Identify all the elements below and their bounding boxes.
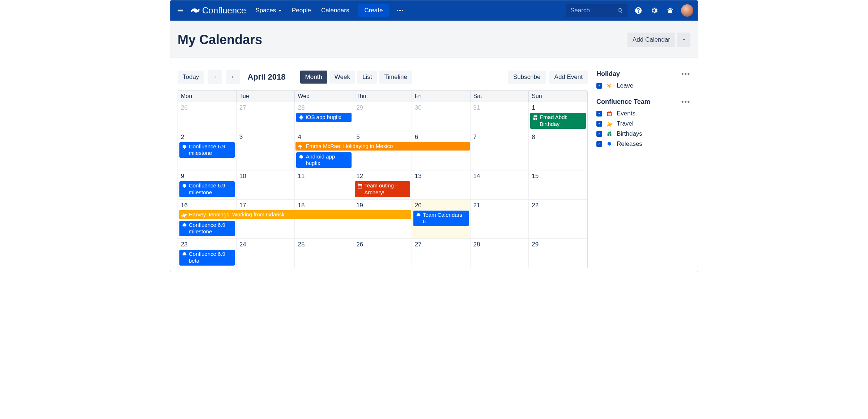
calendar-day[interactable]: 26 (178, 102, 237, 131)
palm-icon (606, 82, 613, 89)
calendar-day[interactable]: 26 (353, 238, 412, 268)
calendar-day[interactable]: 25 (295, 238, 353, 268)
calendar-day[interactable]: 7 (471, 131, 529, 170)
calendar-event[interactable]: Team outing - Archery! (355, 181, 410, 197)
calendar-day[interactable]: 9Confluence 6.9 milestone (178, 170, 237, 199)
calendar-event[interactable]: Confluence 6.9 milestone (179, 181, 235, 197)
sidebar-calendar-item[interactable]: Travel (596, 119, 690, 129)
calendar-day[interactable]: 2Confluence 6.9 milestone (178, 131, 237, 170)
calendar-multiday-event[interactable]: Emma McRae: Holidaying in Mexico (295, 142, 469, 151)
calendar-event[interactable]: Emad Abdi: Birthday (530, 113, 586, 129)
group-menu-icon[interactable]: ••• (681, 98, 690, 106)
event-label: Emma McRae: Holidaying in Mexico (306, 143, 393, 149)
brand-text: Confluence (202, 5, 246, 16)
calendar-day[interactable]: 6 (412, 131, 471, 170)
search-input[interactable] (570, 7, 617, 14)
calendar-event[interactable]: Team Calendars 6 (413, 211, 469, 227)
sidebar-calendar-item[interactable]: Birthdays (596, 129, 690, 139)
checkbox[interactable] (596, 141, 602, 147)
calendar-day[interactable]: 1Emad Abdi: Birthday (529, 102, 587, 131)
confluence-logo[interactable]: Confluence (191, 5, 246, 16)
calendar-day[interactable]: 28 (471, 238, 529, 268)
sidebar-calendar-item[interactable]: Events (596, 109, 690, 119)
day-number: 5 (355, 133, 410, 141)
checkbox[interactable] (596, 121, 602, 127)
checkbox[interactable] (596, 83, 602, 89)
add-calendar-dropdown[interactable] (677, 33, 690, 47)
calendar-day[interactable]: 19 (353, 199, 412, 239)
calendar-day[interactable]: 5 (353, 131, 412, 170)
hamburger-menu[interactable] (175, 5, 186, 16)
calendar-day[interactable]: 17 (237, 199, 295, 239)
settings-icon[interactable] (648, 4, 661, 17)
sidebar-group-title: Confluence Team (596, 98, 650, 106)
chevron-down-icon (682, 38, 686, 42)
calendar-day[interactable]: 18 (295, 199, 353, 239)
calendar-event[interactable]: iOS app bugfix (296, 113, 352, 122)
calendar-multiday-event[interactable]: Harvey Jennings: Working from Gdańsk (179, 210, 411, 219)
user-avatar[interactable] (681, 4, 693, 17)
calendar-day[interactable]: 27 (237, 102, 295, 131)
nav-people[interactable]: People (288, 4, 315, 17)
content-area: Today April 2018 MonthWeekListTimeline S… (170, 58, 698, 272)
calendar-day[interactable]: 31 (471, 102, 529, 131)
search-icon (617, 7, 623, 14)
day-number: 2 (179, 133, 235, 141)
view-tabs: MonthWeekListTimeline (300, 71, 412, 84)
calendar-day[interactable]: 27 (412, 238, 471, 268)
calendar-day[interactable]: 22 (529, 199, 587, 239)
calendar-day[interactable]: 14 (471, 170, 529, 199)
topbar: Confluence Spaces ▼ People Calendars Cre… (170, 0, 698, 21)
today-button[interactable]: Today (178, 71, 204, 84)
calendar-event[interactable]: Confluence 6.9 milestone (179, 221, 235, 237)
app-frame: Confluence Spaces ▼ People Calendars Cre… (170, 0, 698, 272)
day-number: 26 (179, 103, 235, 112)
calendar-body: 262728iOS app bugfix2930311Emad Abdi: Bi… (178, 102, 587, 268)
nav-spaces[interactable]: Spaces ▼ (252, 4, 285, 17)
group-menu-icon[interactable]: ••• (681, 70, 690, 78)
calendar-day[interactable]: 30 (412, 102, 471, 131)
calendar-day[interactable]: 12Team outing - Archery! (353, 170, 412, 199)
calendar-day[interactable]: 10 (237, 170, 295, 199)
sidebar-calendar-item[interactable]: Releases (596, 139, 690, 149)
view-tab-week[interactable]: Week (329, 71, 355, 84)
calendar-day[interactable]: 23Confluence 6.9 beta (178, 238, 237, 268)
add-event-button[interactable]: Add Event (549, 71, 588, 84)
calendar-day[interactable]: 3 (237, 131, 295, 170)
calendar-event[interactable]: Confluence 6.9 beta (179, 250, 235, 266)
view-tab-month[interactable]: Month (300, 71, 327, 84)
calendar-day[interactable]: 15 (529, 170, 587, 199)
calendar-day[interactable]: 11 (295, 170, 353, 199)
notifications-icon[interactable] (664, 4, 677, 17)
calendar-day[interactable]: 24 (237, 238, 295, 268)
search-box[interactable] (566, 4, 627, 17)
add-calendar-button[interactable]: Add Calendar (627, 33, 675, 47)
checkbox[interactable] (596, 131, 602, 137)
create-button[interactable]: Create (358, 4, 388, 17)
calendar-sidebar: Holiday•••LeaveConfluence Team•••EventsT… (596, 70, 690, 268)
calendar-day[interactable]: 20Team Calendars 6 (412, 199, 471, 239)
calendar-day[interactable]: 29 (529, 238, 587, 268)
next-button[interactable] (226, 70, 240, 84)
view-tab-list[interactable]: List (357, 71, 377, 84)
calendar-day[interactable]: 28iOS app bugfix (295, 102, 353, 131)
sidebar-calendar-item[interactable]: Leave (596, 81, 690, 91)
calendar-day[interactable]: 8 (529, 131, 587, 170)
calendar-day[interactable]: 16Confluence 6.9 milestone (178, 199, 237, 239)
calendar-day[interactable]: 13 (412, 170, 471, 199)
help-icon[interactable] (632, 4, 645, 17)
dots-icon (397, 10, 403, 11)
day-number: 10 (238, 172, 293, 181)
nav-calendars[interactable]: Calendars (318, 4, 353, 17)
checkbox[interactable] (596, 111, 602, 117)
calendar-event[interactable]: Confluence 6.9 milestone (179, 142, 235, 158)
calendar-day[interactable]: 21 (471, 199, 529, 239)
subscribe-button[interactable]: Subscribe (508, 71, 546, 84)
calendar-event[interactable]: Android app - bugfix (296, 152, 352, 168)
calendar-item-label: Leave (617, 82, 633, 89)
more-menu[interactable] (393, 7, 407, 14)
calendar-day[interactable]: 29 (353, 102, 412, 131)
prev-button[interactable] (208, 70, 222, 84)
view-tab-timeline[interactable]: Timeline (379, 71, 412, 84)
calendar-day[interactable]: 4Android app - bugfix (295, 131, 353, 170)
